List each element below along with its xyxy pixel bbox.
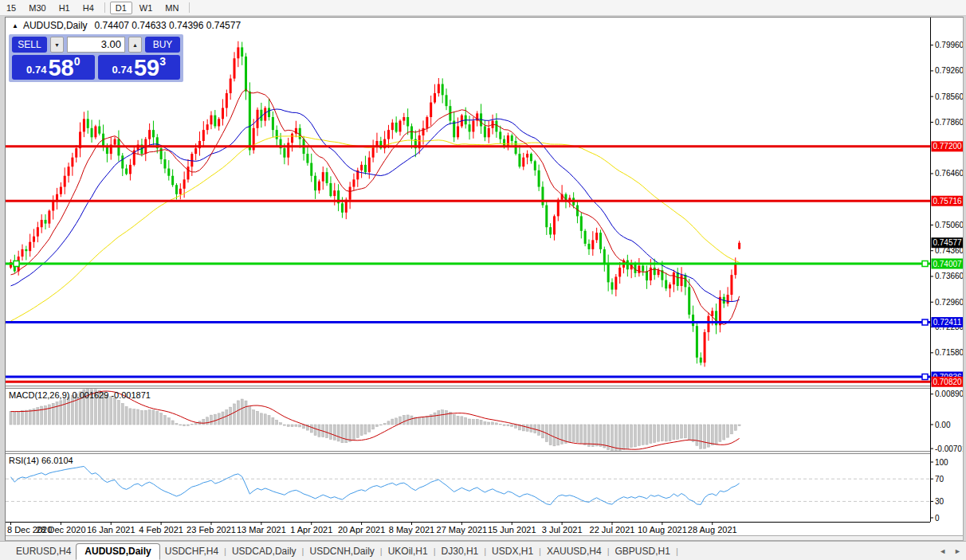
sell-price-panel[interactable]: 0.74 58 0: [12, 55, 95, 80]
chart-symbol: AUDUSD,Daily: [23, 20, 88, 31]
rsi-pane[interactable]: [6, 467, 930, 505]
svg-text:0.72960: 0.72960: [935, 298, 963, 307]
toolbar-separator: [189, 2, 190, 13]
sell-price-prefix: 0.74: [26, 64, 46, 76]
timeframe-h4[interactable]: H4: [77, 2, 100, 14]
chart-canvas[interactable]: 0.799600.792600.785600.778600.764600.750…: [6, 18, 963, 540]
tab-usdcnh-daily[interactable]: USDCNH,Daily: [304, 543, 379, 560]
svg-text:3 Jul 2021: 3 Jul 2021: [542, 525, 583, 535]
tab-dj30-h1[interactable]: DJ30,H1: [437, 543, 484, 560]
svg-text:28 Dec 2020: 28 Dec 2020: [36, 525, 85, 535]
candles-layer: [10, 41, 740, 367]
trade-price-row: 0.74 58 0 0.74 59 3: [12, 55, 180, 80]
level-drag-handle[interactable]: [922, 374, 928, 380]
svg-text:0.77860: 0.77860: [935, 118, 963, 127]
svg-text:20 Apr 2021: 20 Apr 2021: [338, 525, 385, 535]
toolbar-separator: [104, 2, 105, 13]
buy-price-sup: 3: [159, 55, 166, 68]
svg-text:30: 30: [935, 497, 944, 506]
svg-text:0.75716: 0.75716: [933, 197, 962, 206]
timeframe-mn[interactable]: MN: [159, 2, 184, 14]
timeframe-15[interactable]: 15: [1, 2, 22, 14]
collapse-triangle-icon[interactable]: ▲: [12, 22, 18, 29]
macd-indicator-label: MACD(12,26,9) 0.001629 -0.001871: [9, 390, 151, 400]
buy-button[interactable]: BUY: [145, 37, 180, 53]
sell-price-big: 58: [48, 57, 73, 79]
timeframe-h1[interactable]: H1: [53, 2, 76, 14]
volume-decrease-button[interactable]: ▼: [50, 37, 64, 53]
tab-gbpusd-h1[interactable]: GBPUSD,H1: [611, 543, 675, 560]
svg-text:0.71580: 0.71580: [935, 348, 963, 357]
chart-tabs-bar: EURUSD,H4AUDUSD,DailyUSDCHF,H4|USDCAD,Da…: [0, 541, 966, 560]
one-click-trading-panel: SELL ▼ 3.00 ▲ BUY 0.74 58 0 0.74 59 3: [9, 34, 183, 82]
ma-line: [11, 89, 740, 324]
tab-scroll-left-icon[interactable]: ◄: [939, 547, 946, 555]
svg-text:22 Jul 2021: 22 Jul 2021: [590, 525, 635, 535]
ma-line: [11, 136, 740, 321]
timeframe-d1[interactable]: D1: [110, 2, 132, 14]
tab-usdx-h1[interactable]: USDX,H1: [487, 543, 538, 560]
svg-text:0.73660: 0.73660: [935, 272, 963, 280]
buy-price-prefix: 0.74: [112, 64, 132, 76]
svg-text:70: 70: [935, 475, 944, 484]
tab-audusd-daily[interactable]: AUDUSD,Daily: [76, 543, 159, 560]
ma-line: [11, 109, 740, 302]
tab-scroll-right-icon[interactable]: ►: [954, 547, 961, 555]
svg-text:4 Feb 2021: 4 Feb 2021: [139, 525, 183, 535]
timeframe-w1[interactable]: W1: [134, 2, 159, 14]
svg-text:100: 100: [935, 458, 948, 467]
svg-text:0.70820: 0.70820: [933, 378, 962, 386]
level-drag-handle[interactable]: [922, 261, 928, 267]
volume-input[interactable]: 3.00: [67, 37, 125, 53]
svg-text:0.74577: 0.74577: [933, 238, 962, 247]
svg-text:16 Jan 2021: 16 Jan 2021: [87, 525, 135, 535]
svg-text:0.008904: 0.008904: [935, 390, 963, 398]
volume-increase-button[interactable]: ▲: [128, 37, 142, 53]
svg-text:0.79960: 0.79960: [935, 41, 963, 49]
svg-text:0.75060: 0.75060: [935, 221, 963, 229]
tab-ukoil-h1[interactable]: UKOil,H1: [383, 543, 433, 560]
svg-text:1 Apr 2021: 1 Apr 2021: [290, 525, 332, 535]
svg-text:0.79260: 0.79260: [935, 66, 963, 75]
tab-usdchf-h4[interactable]: USDCHF,H4: [160, 543, 223, 560]
svg-text:0.74007: 0.74007: [933, 260, 962, 268]
level-drag-handle[interactable]: [922, 319, 928, 325]
level-drag-handle[interactable]: [14, 261, 19, 267]
svg-text:28 Aug 2021: 28 Aug 2021: [688, 525, 737, 535]
date-axis: 8 Dec 202028 Dec 202016 Jan 20214 Feb 20…: [7, 522, 737, 535]
chart-ohlc-quotes: 0.74407 0.74633 0.74396 0.74577: [95, 20, 242, 31]
tab-eurusd-h4[interactable]: EURUSD,H4: [11, 543, 76, 560]
svg-text:13 Mar 2021: 13 Mar 2021: [237, 525, 286, 535]
tab-xauusd-h4[interactable]: XAUUSD,H4: [542, 543, 607, 560]
sell-button[interactable]: SELL: [12, 37, 47, 53]
level-lines-layer[interactable]: [6, 147, 930, 382]
svg-text:0.78560: 0.78560: [935, 92, 963, 101]
buy-price-big: 59: [134, 57, 159, 79]
svg-text:-0.007013: -0.007013: [935, 444, 963, 453]
tab-usdcad-daily[interactable]: USDCAD,Daily: [227, 543, 301, 560]
svg-text:0.77200: 0.77200: [933, 142, 962, 151]
timeframe-toolbar: 15M30H1H4D1W1MN: [0, 0, 966, 16]
sell-price-sup: 0: [74, 55, 80, 68]
chart-title-row: ▲ AUDUSD,Daily 0.74407 0.74633 0.74396 0…: [12, 20, 241, 31]
timeframe-m30[interactable]: M30: [23, 2, 51, 14]
svg-text:10 Aug 2021: 10 Aug 2021: [638, 525, 687, 535]
svg-text:0.72411: 0.72411: [933, 318, 962, 327]
rsi-indicator-label: RSI(14) 66.0104: [9, 456, 73, 465]
svg-text:0: 0: [935, 514, 940, 523]
chart-window: 0.799600.792600.785600.778600.764600.750…: [5, 17, 964, 541]
svg-text:27 May 2021: 27 May 2021: [437, 525, 488, 535]
tab-separator: |: [675, 543, 679, 560]
tab-nav: ◄ ►: [939, 547, 961, 555]
svg-text:0.00: 0.00: [935, 421, 951, 429]
svg-text:15 Jun 2021: 15 Jun 2021: [488, 525, 536, 535]
svg-text:8 May 2021: 8 May 2021: [389, 525, 434, 535]
svg-text:23 Feb 2021: 23 Feb 2021: [187, 525, 236, 535]
mt4-application: 15M30H1H4D1W1MN 0.799600.792600.785600.7…: [0, 0, 966, 560]
buy-price-panel[interactable]: 0.74 59 3: [98, 55, 181, 80]
trade-controls-row: SELL ▼ 3.00 ▲ BUY: [12, 37, 180, 53]
svg-text:0.76460: 0.76460: [935, 169, 963, 178]
